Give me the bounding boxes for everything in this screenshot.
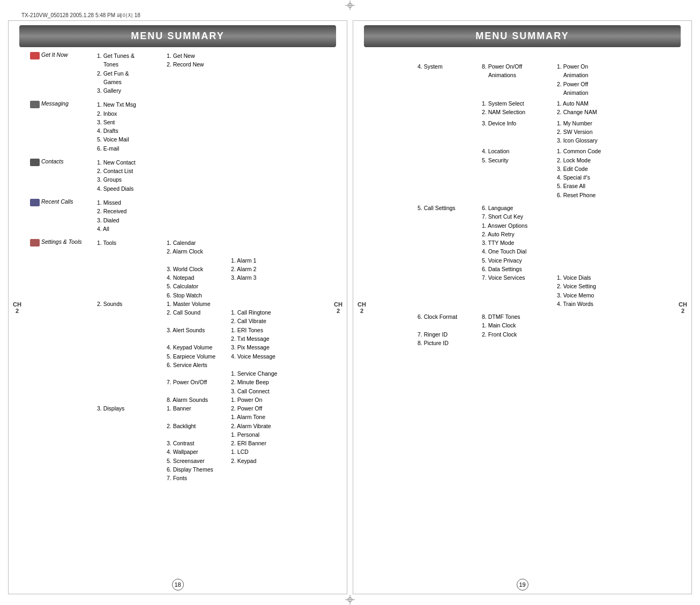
- ch-label-right-left: CH 2: [358, 301, 366, 314]
- category-row-settings-tools: Settings & Tools 1. Tools 2. Sounds: [30, 238, 331, 482]
- left-page-banner: MENU SUMMARY: [19, 25, 336, 47]
- right-row-system: 4. System 8. Power On/Off Animations 1. …: [375, 62, 681, 97]
- right-page-number: 19: [353, 576, 691, 594]
- page-wrapper: TX-210VW_050128 2005.1.28 5:48 PM 페이지 18…: [0, 0, 700, 605]
- category-row-messaging: Messaging 1. New Txt Msg 2. Inbox 3. Sen…: [30, 100, 331, 153]
- category-messaging: Messaging: [41, 100, 69, 107]
- recent-calls-icon: [30, 199, 40, 206]
- right-page-banner: MENU SUMMARY: [364, 25, 681, 47]
- category-contacts: Contacts: [41, 158, 63, 165]
- right-row-call-settings: 5. Call Settings 6. Language 7. Short Cu…: [375, 204, 681, 308]
- page-header: TX-210VW_050128 2005.1.28 5:48 PM 페이지 18: [0, 11, 700, 20]
- category-row-recent-calls: Recent Calls 1. Missed 2. Received 3. Di…: [30, 198, 331, 233]
- settings-tools-icon: [30, 239, 40, 247]
- left-page: CH 2 CH 2 MENU SUMMARY Get It Now: [8, 20, 347, 594]
- top-center-crosshair: [342, 0, 358, 11]
- contacts-icon: [30, 159, 40, 166]
- get-it-now-icon: [30, 52, 40, 59]
- ch-label-right: CH 2: [334, 301, 342, 314]
- category-row-getit: Get It Now 1. Get Tunes & Tones 2. Get F…: [30, 51, 331, 95]
- left-page-number: 18: [9, 576, 347, 594]
- right-row-system-cont: 1. System Select 2. NAM Selection 1. Aut…: [375, 99, 681, 117]
- right-page: CH 2 CH 2 MENU SUMMARY 4. Syst: [353, 20, 692, 594]
- right-row-device-info: 3. Device Info 1. My Number 2. SW Versio…: [375, 119, 681, 145]
- category-recent-calls: Recent Calls: [41, 198, 73, 205]
- ch-label-right-right: CH 2: [679, 301, 687, 314]
- category-get-it-now: Get It Now: [41, 51, 68, 58]
- category-settings-tools: Settings & Tools: [41, 238, 82, 245]
- ch-label-left: CH 2: [13, 301, 21, 314]
- right-row-clock: 6. Clock Format 7. Ringer ID 8. Picture …: [375, 312, 681, 347]
- messaging-icon: [30, 101, 40, 108]
- bottom-crosshair: [342, 595, 358, 604]
- right-row-security: 4. Location 5. Security 1. Common Code 2…: [375, 147, 681, 199]
- category-row-contacts: Contacts 1. New Contact 2. Contact List …: [30, 158, 331, 193]
